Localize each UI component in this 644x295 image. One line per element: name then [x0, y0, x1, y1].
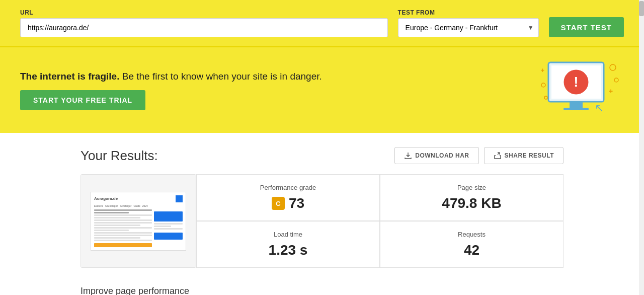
results-title: Your Results:: [80, 148, 158, 164]
banner-normal-text: Be the first to know when your site is i…: [119, 71, 321, 82]
banner-illustration: ! ↖ + +: [538, 57, 624, 123]
url-group: URL: [20, 9, 388, 37]
fake-screenshot: Auragora.de Esoterik Grundlagen Einsteig…: [91, 192, 186, 251]
url-label: URL: [20, 9, 388, 16]
requests-card: Requests 42: [380, 221, 564, 268]
download-har-button[interactable]: DOWNLOAD HAR: [394, 147, 478, 164]
share-icon: [494, 152, 502, 160]
load-time-card: Load time 1.23 s: [196, 221, 380, 268]
fake-ss-header: Auragora.de: [94, 195, 183, 202]
url-input[interactable]: [20, 18, 388, 37]
requests-label: Requests: [458, 231, 486, 238]
monitor-illustration-svg: ! ↖ + +: [538, 57, 624, 123]
fake-orange: [94, 243, 152, 247]
banner-bold-text: The internet is fragile.: [20, 71, 119, 82]
svg-point-7: [610, 64, 616, 70]
page-size-card: Page size 479.8 KB: [380, 174, 564, 221]
results-actions: DOWNLOAD HAR SHARE RESULT: [394, 147, 564, 164]
screenshot-inner: Auragora.de Esoterik Grundlagen Einsteig…: [81, 175, 196, 267]
test-from-label: Test from: [398, 9, 539, 16]
fake-nav: Esoterik Grundlagen Einsteiger Guide 202…: [94, 204, 183, 207]
test-from-group: Test from Europe - Germany - Frankfurt ▼: [398, 9, 539, 37]
grade-score: 73: [289, 195, 304, 211]
banner-text: The internet is fragile. Be the first to…: [20, 70, 322, 84]
improve-section: Improve page performance GRADE SUGGESTIO…: [0, 278, 644, 295]
page-size-value: 479.8 KB: [442, 195, 501, 211]
performance-grade-label: Performance grade: [260, 184, 316, 191]
scrollbar[interactable]: [639, 0, 644, 295]
start-test-button[interactable]: START TEST: [549, 17, 624, 37]
fake-right: [154, 209, 183, 247]
fake-content: [94, 209, 183, 247]
load-time-value: 1.23 s: [269, 242, 308, 258]
svg-rect-5: [564, 108, 589, 110]
results-header: Your Results: DOWNLOAD HAR SHARE RESULT: [80, 147, 564, 164]
svg-text:↖: ↖: [595, 102, 604, 114]
results-grid: Auragora.de Esoterik Grundlagen Einsteig…: [80, 174, 564, 268]
screenshot-card: Auragora.de Esoterik Grundlagen Einsteig…: [80, 174, 196, 268]
svg-point-8: [614, 78, 618, 82]
scrollbar-thumb[interactable]: [639, 1, 644, 16]
svg-text:+: +: [541, 67, 544, 74]
svg-rect-4: [570, 102, 583, 108]
location-select-wrapper: Europe - Germany - Frankfurt ▼: [398, 18, 539, 37]
page-size-label: Page size: [457, 184, 486, 191]
svg-point-9: [541, 83, 545, 87]
top-bar: URL Test from Europe - Germany - Frankfu…: [0, 0, 644, 46]
download-icon: [404, 152, 412, 160]
performance-grade-card: Performance grade C 73: [196, 174, 380, 221]
grade-badge: C: [272, 197, 285, 210]
grade-row: C 73: [272, 195, 304, 211]
results-section: Your Results: DOWNLOAD HAR SHARE RESULT: [0, 133, 644, 278]
improve-title: Improve page performance: [80, 286, 564, 295]
load-time-label: Load time: [274, 231, 302, 238]
free-trial-button[interactable]: START YOUR FREE TRIAL: [20, 90, 145, 110]
requests-value: 42: [464, 242, 479, 258]
share-result-button[interactable]: SHARE RESULT: [484, 147, 564, 164]
fake-left: [94, 209, 152, 247]
location-select[interactable]: Europe - Germany - Frankfurt: [398, 18, 539, 37]
svg-text:+: +: [609, 87, 613, 95]
metrics-grid: Performance grade C 73 Page size 479.8 K…: [196, 174, 564, 268]
banner: The internet is fragile. Be the first to…: [0, 46, 644, 133]
banner-text-section: The internet is fragile. Be the first to…: [20, 70, 538, 111]
svg-point-10: [544, 96, 547, 99]
svg-text:!: !: [574, 74, 578, 90]
fake-blue-box-top: [176, 195, 183, 202]
site-name-fake: Auragora.de: [94, 196, 118, 201]
